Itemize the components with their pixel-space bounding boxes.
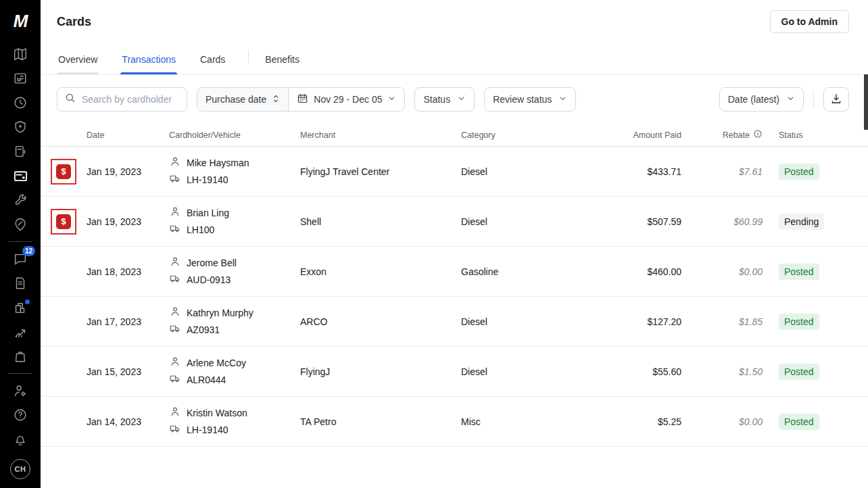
sidebar-item-reports[interactable]	[0, 320, 41, 344]
filter-bar: Purchase date Nov 29 - Dec 05 Status Rev…	[41, 75, 868, 124]
go-to-admin-button[interactable]: Go to Admin	[770, 10, 849, 33]
table-row[interactable]: Jan 14, 2023 Kristin Watson LH-19140 TA …	[41, 397, 868, 447]
category-cell: Misc	[461, 416, 602, 427]
status-cell: Posted	[763, 364, 868, 380]
status-badge: Posted	[779, 264, 819, 280]
sidebar-item-documents[interactable]	[0, 271, 41, 295]
download-button[interactable]	[823, 87, 849, 112]
sidebar-item-safety[interactable]	[0, 115, 41, 139]
messages-count-badge: 12	[22, 246, 35, 256]
tab-label: Overview	[58, 54, 97, 65]
rebate-cell: $1.85	[681, 316, 763, 327]
cardholder-name: Arlene McCoy	[187, 356, 246, 370]
sidebar-item-facilities[interactable]	[0, 295, 41, 320]
column-amount: Amount Paid	[602, 130, 681, 140]
sidebar-item-map[interactable]	[0, 42, 41, 66]
main-content: Cards Go to Admin Overview Transactions …	[41, 0, 868, 488]
cardholder-name: Kristin Watson	[187, 406, 247, 420]
sidebar-item-fuel-hub[interactable]	[0, 212, 41, 237]
tab-underline	[199, 72, 226, 74]
vehicle-id: ALR0444	[187, 373, 226, 387]
status-badge: Posted	[779, 314, 819, 330]
person-icon	[169, 205, 181, 221]
table-row[interactable]: $ Jan 19, 2023 Mike Haysman LH-19140 Fly…	[41, 147, 868, 197]
date-field-selector[interactable]: Purchase date	[197, 88, 289, 111]
sidebar-item-maintenance[interactable]	[0, 188, 41, 212]
declined-amount-flag-icon[interactable]: $	[56, 164, 71, 179]
chevron-down-icon	[786, 94, 795, 105]
flag-cell: $	[41, 159, 87, 185]
category-cell: Diesel	[461, 166, 602, 177]
date-cell: Jan 15, 2023	[87, 366, 169, 377]
info-icon[interactable]	[753, 129, 763, 141]
facility-notification-dot	[25, 299, 30, 304]
merchant-cell: Exxon	[300, 266, 461, 277]
fuel-discount-pin-icon	[13, 217, 28, 232]
date-cell: Jan 18, 2023	[87, 266, 169, 277]
table-row[interactable]: Jan 15, 2023 Arlene McCoy ALR0444 Flying…	[41, 347, 868, 397]
status-filter[interactable]: Status	[414, 87, 475, 112]
rebate-cell: $60.99	[681, 216, 763, 227]
sidebar-item-history[interactable]	[0, 91, 41, 115]
declined-amount-flag-icon[interactable]: $	[56, 214, 71, 229]
sidebar-item-help[interactable]	[0, 403, 41, 427]
table-row[interactable]: Jan 18, 2023 Jerome Bell AUD-0913 Exxon …	[41, 247, 868, 297]
vehicle-id: LH-19140	[187, 423, 228, 437]
date-cell: Jan 19, 2023	[87, 166, 169, 177]
cardholder-cell: Kathryn Murphy AZ0931	[169, 306, 300, 338]
tab-label: Benefits	[265, 54, 299, 65]
sidebar-item-admin-users[interactable]	[0, 379, 41, 403]
bell-icon	[13, 432, 28, 447]
search-box[interactable]	[57, 87, 187, 112]
tab-cards[interactable]: Cards	[199, 54, 226, 74]
date-range-selector[interactable]: Nov 29 - Dec 05	[289, 88, 404, 111]
sidebar-item-notifications[interactable]	[0, 427, 41, 452]
merchant-cell: TA Petro	[300, 416, 461, 427]
tab-benefits[interactable]: Benefits	[264, 54, 301, 74]
tab-transactions[interactable]: Transactions	[120, 54, 177, 74]
dashboard-icon	[13, 71, 28, 86]
sidebar-item-marketplace[interactable]	[0, 344, 41, 368]
status-filter-label: Status	[423, 94, 450, 105]
sort-selector[interactable]: Date (latest)	[719, 87, 804, 112]
review-status-filter[interactable]: Review status	[484, 87, 576, 112]
merchant-cell: Shell	[300, 216, 461, 227]
tab-label: Cards	[200, 54, 225, 65]
date-cell: Jan 19, 2023	[87, 216, 169, 227]
cardholder-cell: Kristin Watson LH-19140	[169, 406, 300, 438]
scrollbar-thumb[interactable]	[864, 74, 868, 130]
brand-logo[interactable]: M	[0, 0, 41, 42]
status-badge: Pending	[779, 214, 824, 230]
sidebar-divider	[8, 373, 32, 374]
review-status-filter-label: Review status	[493, 94, 552, 105]
truck-icon	[169, 422, 181, 438]
category-cell: Diesel	[461, 316, 602, 327]
merchant-cell: FlyingJ	[300, 366, 461, 377]
tab-overview[interactable]: Overview	[57, 54, 99, 74]
eld-device-icon	[13, 144, 28, 159]
tab-bar: Overview Transactions Cards Benefits	[41, 43, 868, 75]
flag-highlight-box: $	[51, 159, 76, 185]
vehicle-id: AZ0931	[187, 323, 220, 337]
map-icon	[13, 47, 28, 62]
date-field-label: Purchase date	[206, 94, 266, 105]
truck-icon	[169, 322, 181, 338]
status-cell: Posted	[763, 264, 868, 280]
table-row[interactable]: $ Jan 19, 2023 Brian Ling LH100 Shell Di…	[41, 197, 868, 247]
sidebar-item-eld[interactable]	[0, 139, 41, 164]
sidebar-item-account[interactable]: CH	[0, 452, 41, 487]
column-category: Category	[461, 130, 602, 140]
table-row[interactable]: Jan 17, 2023 Kathryn Murphy AZ0931 ARCO …	[41, 297, 868, 347]
page-title: Cards	[57, 15, 91, 29]
column-status: Status	[763, 130, 868, 140]
sort-arrows-icon	[272, 94, 280, 105]
search-icon	[64, 92, 76, 107]
tab-underline	[57, 72, 99, 74]
status-cell: Posted	[763, 314, 868, 330]
sidebar-item-messages[interactable]: 12	[0, 247, 41, 271]
sidebar-item-dashboard[interactable]	[0, 66, 41, 91]
search-input[interactable]	[82, 94, 180, 105]
vehicle-id: LH100	[187, 223, 214, 237]
cardholder-name: Mike Haysman	[187, 156, 249, 170]
sidebar-item-cards[interactable]	[0, 164, 41, 188]
